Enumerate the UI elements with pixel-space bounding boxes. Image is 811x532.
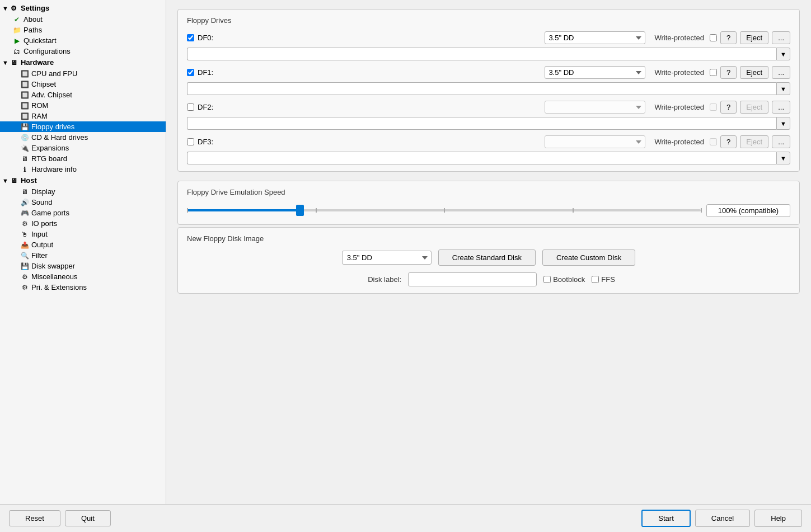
chipset-icon: 🔲 xyxy=(20,81,29,88)
df0-type-select[interactable]: 3.5" DD 3.5" HD 5.25" DD xyxy=(545,31,645,44)
sidebar-item-cpu-fpu[interactable]: 🔲 CPU and FPU xyxy=(0,68,166,79)
df3-more-btn[interactable]: ... xyxy=(772,135,790,148)
sidebar-group-settings[interactable]: ▼ ⚙ Settings xyxy=(0,2,166,14)
sidebar-item-quickstart[interactable]: ▶ Quickstart xyxy=(0,35,166,46)
paths-label: Paths xyxy=(24,26,42,34)
sidebar-item-output[interactable]: 📤 Output xyxy=(0,239,166,250)
df0-path-row: Install3.2.adf { F:\Amiga & C64 - Compra… xyxy=(187,48,790,60)
quickstart-label: Quickstart xyxy=(24,36,57,45)
floppy-type-select[interactable]: 3.5" DD 3.5" HD 5.25" DD 5.25" HD xyxy=(342,251,432,265)
df2-more-btn[interactable]: ... xyxy=(772,101,790,114)
ram-icon: 🔲 xyxy=(20,112,29,120)
filter-label: Filter xyxy=(31,251,48,260)
df2-checkbox[interactable] xyxy=(187,103,194,111)
sidebar-item-configurations[interactable]: 🗂 Configurations xyxy=(0,46,166,57)
cd-hard-label: CD & Hard drives xyxy=(31,133,88,142)
df2-wp-checkbox[interactable] xyxy=(710,103,717,111)
rom-label: ROM xyxy=(31,101,48,110)
df1-eject-btn[interactable]: Eject xyxy=(740,66,768,79)
df3-checkbox[interactable] xyxy=(187,138,194,145)
ffs-checkbox-group: FFS xyxy=(592,275,615,284)
sidebar-item-game-ports[interactable]: 🎮 Game ports xyxy=(0,208,166,218)
sidebar-item-expansions[interactable]: 🔌 Expansions xyxy=(0,143,166,153)
sidebar-item-pri-extensions[interactable]: ⚙ Pri. & Extensions xyxy=(0,282,166,293)
sidebar-item-filter[interactable]: 🔍 Filter xyxy=(0,250,166,261)
df0-question-btn[interactable]: ? xyxy=(720,31,737,44)
sidebar-item-about[interactable]: ✔ About xyxy=(0,14,166,25)
df0-path-input[interactable]: Install3.2.adf { F:\Amiga & C64 - Compra… xyxy=(187,48,776,60)
df1-path-wrapper: Emu68Tools.adf { F:\Amiga_OK\Hardware\Pi… xyxy=(187,82,790,95)
df2-eject-btn[interactable]: Eject xyxy=(740,101,768,114)
slider-row: 100% (compatible) xyxy=(187,203,790,218)
cancel-button[interactable]: Cancel xyxy=(695,510,750,527)
df3-question-btn[interactable]: ? xyxy=(720,135,737,148)
sidebar-group-host[interactable]: ▼ 🖥 Host xyxy=(0,175,166,186)
sidebar-item-hardware-info[interactable]: ℹ Hardware info xyxy=(0,164,166,175)
df1-type-select[interactable]: 3.5" DD 3.5" HD xyxy=(545,66,645,79)
df2-question-btn[interactable]: ? xyxy=(720,101,737,114)
sidebar-item-miscellaneous[interactable]: ⚙ Miscellaneous xyxy=(0,271,166,282)
io-ports-icon: ⚙ xyxy=(20,220,29,228)
disk-label-input[interactable] xyxy=(408,272,537,286)
sidebar-item-chipset[interactable]: 🔲 Chipset xyxy=(0,79,166,90)
bootblock-label: Bootblock xyxy=(553,275,585,284)
speed-value-display: 100% (compatible) xyxy=(706,204,790,217)
sidebar-group-hardware[interactable]: ▼ 🖥 Hardware xyxy=(0,57,166,68)
sidebar-item-cd-hard-drives[interactable]: 💿 CD & Hard drives xyxy=(0,132,166,143)
df3-type-select[interactable] xyxy=(545,135,645,148)
df3-path-row: ▼ xyxy=(187,152,790,164)
quit-button[interactable]: Quit xyxy=(65,510,111,526)
df1-more-btn[interactable]: ... xyxy=(772,66,790,79)
df3-path-input[interactable] xyxy=(187,152,776,164)
hardware-arrow-icon: ▼ xyxy=(2,59,8,66)
reset-button[interactable]: Reset xyxy=(9,510,60,526)
sidebar-item-sound[interactable]: 🔊 Sound xyxy=(0,197,166,208)
start-button[interactable]: Start xyxy=(641,510,690,527)
df2-path-wrapper: ▼ xyxy=(187,117,790,130)
about-icon: ✔ xyxy=(12,16,21,23)
df2-type-select[interactable] xyxy=(545,101,645,114)
df1-checkbox[interactable] xyxy=(187,69,194,76)
floppy-speed-section: Floppy Drive Emulation Speed 100% (compa… xyxy=(177,181,800,225)
sidebar-item-paths[interactable]: 📁 Paths xyxy=(0,25,166,35)
ffs-checkbox[interactable] xyxy=(592,276,599,283)
create-custom-disk-button[interactable]: Create Custom Disk xyxy=(542,249,635,266)
df3-path-dropdown-btn[interactable]: ▼ xyxy=(776,152,790,164)
df3-eject-btn[interactable]: Eject xyxy=(740,135,768,148)
sidebar-item-io-ports[interactable]: ⚙ IO ports xyxy=(0,218,166,229)
sidebar-item-rom[interactable]: 🔲 ROM xyxy=(0,100,166,111)
new-floppy-title: New Floppy Disk Image xyxy=(187,234,790,243)
df0-path-dropdown-btn[interactable]: ▼ xyxy=(776,48,790,60)
sidebar-item-disk-swapper[interactable]: 💾 Disk swapper xyxy=(0,261,166,271)
df2-path-input[interactable] xyxy=(187,117,776,130)
arrow-icon: ▼ xyxy=(2,5,8,12)
df3-label: DF3: xyxy=(198,138,213,146)
floppy-icon: 💾 xyxy=(20,123,29,131)
df0-more-btn[interactable]: ... xyxy=(772,31,790,44)
df0-eject-btn[interactable]: Eject xyxy=(740,31,768,44)
bootblock-checkbox-group: Bootblock xyxy=(543,275,585,284)
game-ports-label: Game ports xyxy=(31,209,69,217)
bootblock-checkbox[interactable] xyxy=(543,276,551,283)
df0-wp-checkbox[interactable] xyxy=(710,34,717,41)
speed-slider-thumb[interactable] xyxy=(296,205,304,216)
df1-path-input[interactable]: Emu68Tools.adf { F:\Amiga_OK\Hardware\Pi… xyxy=(187,82,776,95)
sidebar-item-ram[interactable]: 🔲 RAM xyxy=(0,111,166,121)
df2-path-dropdown-btn[interactable]: ▼ xyxy=(776,117,790,130)
sidebar-item-adv-chipset[interactable]: 🔲 Adv. Chipset xyxy=(0,90,166,100)
sidebar-item-display[interactable]: 🖥 Display xyxy=(0,186,166,197)
df3-row: DF3: Write-protected ? Eject ... xyxy=(187,135,790,148)
sidebar-item-floppy-drives[interactable]: 💾 Floppy drives xyxy=(0,121,166,132)
df1-question-btn[interactable]: ? xyxy=(720,66,737,79)
df0-checkbox[interactable] xyxy=(187,34,194,41)
df1-wp-checkbox[interactable] xyxy=(710,69,717,76)
df3-path-wrapper: ▼ xyxy=(187,152,790,164)
df3-wp-checkbox[interactable] xyxy=(710,138,717,145)
disk-swapper-label: Disk swapper xyxy=(31,262,75,270)
sidebar-item-input[interactable]: 🖱 Input xyxy=(0,229,166,239)
bottom-left: Reset Quit xyxy=(9,510,111,526)
df1-path-dropdown-btn[interactable]: ▼ xyxy=(776,82,790,95)
help-button[interactable]: Help xyxy=(754,510,802,527)
create-standard-disk-button[interactable]: Create Standard Disk xyxy=(438,249,536,266)
sidebar-item-rtg-board[interactable]: 🖥 RTG board xyxy=(0,153,166,164)
